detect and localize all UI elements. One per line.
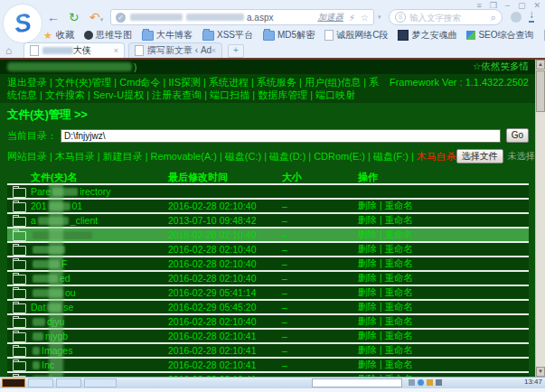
file-name[interactable]: 201	[31, 201, 47, 211]
taskbar-window-button[interactable]	[56, 378, 81, 387]
rename-link[interactable]: 重命名	[385, 200, 414, 210]
table-row[interactable]: 2016-02-28 02:10:40–删除 | 重命名	[7, 229, 529, 243]
file-name[interactable]: irectory	[80, 186, 110, 197]
table-row[interactable]: 201012016-02-28 02:10:40–删除 | 重命名	[7, 200, 529, 214]
table-row[interactable]: 2016-02-28 02:10:40–删除 | 重命名	[7, 243, 529, 257]
download-icon[interactable]: ↓	[529, 10, 534, 23]
table-row[interactable]: Datse2016-02-29 05:45:20–删除 | 重命名	[7, 301, 529, 315]
rename-link[interactable]: 重命名	[385, 359, 414, 369]
tray-icon[interactable]	[409, 379, 415, 386]
menu-item[interactable]: 文件搜索	[45, 89, 85, 100]
bookmark-item[interactable]: MD5解密	[263, 29, 315, 42]
dir-link[interactable]: 磁盘(C:)	[225, 151, 261, 162]
delete-link[interactable]: 删除	[358, 359, 377, 369]
taskbar-window-button[interactable]	[84, 378, 117, 387]
delete-link[interactable]: 删除	[358, 200, 377, 210]
dir-link[interactable]: 磁盘(F:)	[373, 151, 409, 162]
bookmark-item[interactable]: ★收藏	[43, 29, 74, 42]
file-name[interactable]: Inc	[42, 359, 54, 370]
accelerator-link[interactable]: 加速器	[318, 12, 344, 23]
tray-icon[interactable]	[436, 379, 442, 386]
delete-link[interactable]: 删除	[358, 229, 377, 239]
scroll-up-icon[interactable]: ▲	[536, 60, 545, 70]
bookmark-item[interactable]: 思维导图	[84, 29, 132, 42]
current-dir-input[interactable]	[61, 129, 501, 143]
dir-link[interactable]: 新建目录	[103, 151, 143, 162]
taskbar-input-box[interactable]	[312, 378, 402, 387]
file-name[interactable]: 01	[72, 201, 83, 211]
delete-link[interactable]: 删除	[358, 272, 377, 283]
rename-link[interactable]: 重命名	[385, 330, 414, 341]
file-name[interactable]: se	[63, 302, 73, 313]
go-button[interactable]: Go	[506, 128, 529, 143]
rename-link[interactable]: 重命名	[385, 243, 414, 254]
new-tab-button[interactable]: +	[228, 44, 244, 58]
tray-icon[interactable]	[427, 379, 433, 386]
rename-link[interactable]: 重命名	[385, 301, 414, 312]
menu-item[interactable]: 端口扫描	[210, 89, 249, 100]
scroll-down-icon[interactable]: ▼	[536, 367, 545, 377]
table-row[interactable]: Inc2016-02-28 02:10:41–删除 | 重命名	[7, 359, 529, 373]
menu-item[interactable]: 文件(夹)管理	[55, 77, 111, 88]
refresh-icon[interactable]: ↻	[69, 9, 80, 25]
globe-icon[interactable]	[511, 12, 522, 23]
bookmark-item[interactable]: 大牛博客	[142, 29, 193, 42]
menu-item[interactable]: 系统服务	[257, 77, 296, 88]
tab-adminto[interactable]: 撰写新文章 ‹ AdminTo ×	[128, 42, 222, 58]
file-name[interactable]: djyu	[47, 316, 64, 327]
rename-link[interactable]: 重命名	[385, 272, 414, 283]
address-bar[interactable]: ✓ a.aspx 加速器 ⚡ ☆	[110, 9, 374, 25]
tab-close-icon[interactable]: ×	[211, 46, 216, 55]
file-name[interactable]: _client	[70, 215, 98, 226]
dir-link[interactable]: Removable(A:)	[151, 151, 217, 162]
file-name[interactable]: Pare	[31, 186, 51, 197]
delete-link[interactable]: 删除	[358, 315, 377, 326]
dir-link[interactable]: 磁盘(D:)	[269, 151, 305, 162]
taskbar-window-button[interactable]	[28, 378, 53, 387]
undo-icon[interactable]: ↶▾	[89, 9, 103, 28]
search-input[interactable]	[409, 13, 480, 23]
address-dropdown-icon[interactable]: ▾	[378, 14, 381, 21]
table-row[interactable]: djyu2016-02-28 02:10:40–删除 | 重命名	[7, 315, 529, 330]
search-box[interactable]: S ⌕	[389, 9, 503, 25]
file-name[interactable]: njygb	[45, 331, 68, 341]
table-row[interactable]: ou2016-02-29 05:41:14–删除 | 重命名	[7, 286, 529, 301]
self-destruct-link[interactable]: 木马自杀	[417, 150, 456, 163]
delete-link[interactable]: 删除	[358, 286, 377, 297]
back-icon[interactable]: ←	[47, 9, 60, 25]
file-name[interactable]: Dat	[31, 302, 45, 313]
file-name[interactable]: a	[31, 215, 36, 226]
delete-link[interactable]: 删除	[358, 344, 377, 355]
menu-item[interactable]: 端口映射	[315, 89, 355, 100]
file-name[interactable]: Images	[42, 345, 72, 356]
home-icon[interactable]: ⌂	[5, 44, 12, 57]
table-row[interactable]: F2016-02-28 02:10:40–删除 | 重命名	[7, 257, 529, 272]
scrollbar-thumb[interactable]	[536, 70, 545, 112]
dir-link[interactable]: 木马目录	[55, 151, 95, 162]
delete-link[interactable]: 删除	[358, 243, 377, 254]
menu-item[interactable]: 系统进程	[209, 77, 249, 88]
rename-link[interactable]: 重命名	[385, 286, 414, 297]
dir-link[interactable]: 网站目录	[7, 151, 47, 162]
file-name[interactable]: F	[61, 258, 67, 269]
menu-item[interactable]: Cmd命令	[119, 77, 160, 88]
dir-link[interactable]: CDRom(E:)	[314, 151, 365, 162]
delete-link[interactable]: 删除	[358, 301, 377, 312]
rename-link[interactable]: 重命名	[385, 257, 414, 268]
url-text[interactable]: a.aspx	[247, 13, 273, 23]
menu-item[interactable]: Serv-U提权	[93, 89, 144, 100]
search-engine-icon[interactable]: S	[395, 12, 406, 23]
delete-link[interactable]: 删除	[358, 257, 377, 268]
tray-icon[interactable]	[418, 379, 424, 386]
table-row[interactable]: njygb2016-02-28 02:10:41–删除 | 重命名	[7, 330, 529, 344]
bookmark-item[interactable]: 梦之安魂曲	[398, 29, 456, 42]
table-row[interactable]: a_client2013-07-10 09:48:42–删除 | 重命名	[7, 214, 529, 229]
lightning-icon[interactable]: ⚡	[349, 13, 355, 23]
choose-file-button[interactable]: 选择文件	[456, 149, 503, 163]
bookmark-item[interactable]: SEO综合查询	[466, 29, 533, 42]
menu-item[interactable]: 数据库管理	[258, 89, 307, 100]
menu-item[interactable]: 用户(组)信息	[305, 77, 361, 88]
tab-close-icon[interactable]: ×	[114, 46, 118, 55]
rename-link[interactable]: 重命名	[385, 315, 414, 326]
page-scrollbar[interactable]: ▲ ▼	[535, 60, 545, 377]
